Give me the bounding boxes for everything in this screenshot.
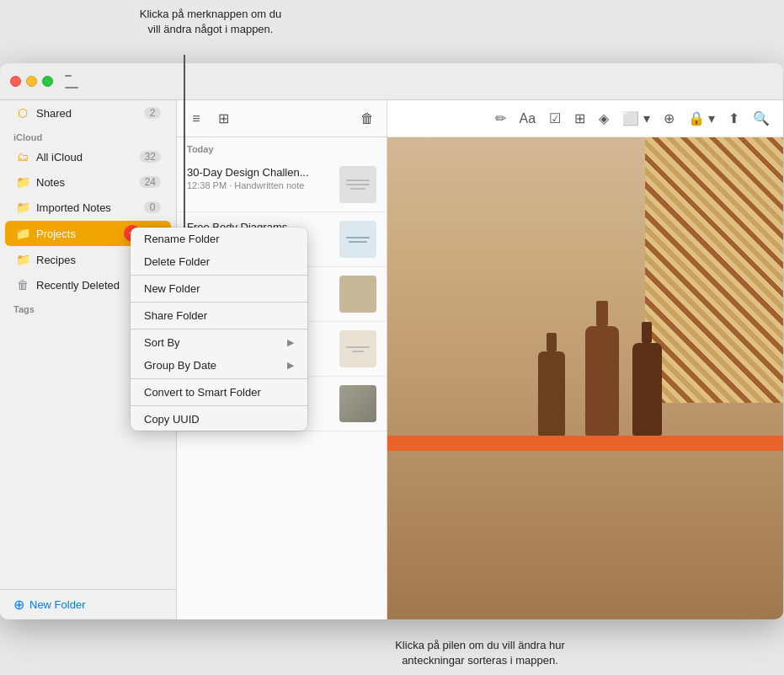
folder-icon: 📁 <box>15 252 30 267</box>
detail-toolbar: ✏ Aa ☑ ⊞ ◈ ⬜ ▾ ⊕ 🔒 ▾ ⬆ 🔍 <box>387 100 783 137</box>
notes-list-toolbar: ≡ ⊞ 🗑 <box>177 100 387 137</box>
sidebar-toggle-bar <box>65 75 72 77</box>
close-button[interactable] <box>10 76 21 87</box>
submenu-arrow-icon: ▶ <box>287 337 294 348</box>
lock-button[interactable]: 🔒 ▾ <box>685 109 718 128</box>
bottle-1 <box>538 351 565 436</box>
menu-item-label: Sort By <box>144 336 180 349</box>
menu-separator <box>131 329 307 329</box>
menu-item-label: Delete Folder <box>144 255 210 268</box>
folder-icon: 📁 <box>15 200 30 215</box>
menu-item-new-folder[interactable]: New Folder <box>131 277 307 300</box>
font-button[interactable]: Aa <box>516 110 540 128</box>
new-folder-label: New Folder <box>29 598 85 611</box>
list-view-button[interactable]: ≡ <box>187 110 205 128</box>
minimize-button[interactable] <box>26 76 37 87</box>
sidebar-item-label: Projects <box>36 228 124 240</box>
bottle-neck-3 <box>642 322 652 343</box>
bottle-neck-2 <box>596 301 608 326</box>
sidebar-item-label: Shared <box>36 107 144 120</box>
menu-item-delete[interactable]: Delete Folder <box>131 250 307 273</box>
sidebar-item-count: 32 <box>140 151 161 163</box>
note-title: 30-Day Design Challen... <box>187 166 333 179</box>
share-button[interactable]: ⬆ <box>725 109 743 128</box>
new-folder-button[interactable]: ⊕ New Folder <box>0 589 176 619</box>
annotation-bottom-text: Klicka på pilen om du vill ändra hurante… <box>395 639 565 667</box>
sidebar-item-label: Imported Notes <box>36 201 144 214</box>
collab-button[interactable]: ⊕ <box>660 109 678 128</box>
menu-item-label: New Folder <box>144 282 200 295</box>
textile-pattern <box>645 137 784 403</box>
menu-separator <box>131 302 307 303</box>
menu-separator <box>131 405 307 406</box>
list-view-icon: ≡ <box>192 111 200 126</box>
audio-button[interactable]: ◈ <box>595 109 612 128</box>
note-thumbnail <box>339 221 376 258</box>
annotation-top: Klicka på merknappen om duvill ändra någ… <box>118 7 303 37</box>
trash-icon: 🗑 <box>360 111 374 126</box>
menu-item-rename[interactable]: Rename Folder <box>131 228 307 250</box>
menu-item-share-folder[interactable]: Share Folder <box>131 304 307 327</box>
sidebar-item-label: Notes <box>36 176 140 189</box>
fullscreen-button[interactable] <box>42 76 53 87</box>
date-header: Today <box>177 137 387 158</box>
note-item-0[interactable]: 30-Day Design Challen... 12:38 PM · Hand… <box>177 158 387 212</box>
note-thumbnail <box>339 385 376 422</box>
menu-item-sort-by[interactable]: Sort By ▶ <box>131 331 307 354</box>
menu-item-copy-uuid[interactable]: Copy UUID <box>131 408 307 431</box>
menu-item-group-by-date[interactable]: Group By Date ▶ <box>131 354 307 377</box>
sidebar-item-count: 24 <box>140 176 161 188</box>
main-window: ⬡ Shared 2 iCloud 🗂 All iCloud 32 📁 Note… <box>0 63 783 619</box>
context-menu: Rename Folder Delete Folder New Folder S… <box>131 228 307 431</box>
image-background <box>387 137 783 619</box>
menu-item-label: Rename Folder <box>144 233 220 245</box>
titlebar <box>0 63 783 100</box>
note-thumbnail <box>339 276 376 313</box>
media-button[interactable]: ⬜ ▾ <box>619 109 653 128</box>
trash-icon: 🗑 <box>15 277 30 292</box>
sidebar-item-count: 0 <box>144 201 161 213</box>
grid-view-button[interactable]: ⊞ <box>214 110 232 128</box>
compose-button[interactable]: ✏ <box>492 109 509 128</box>
trash-button[interactable]: 🗑 <box>358 110 376 128</box>
sidebar-item-all-icloud[interactable]: 🗂 All iCloud 32 <box>5 145 171 169</box>
bottle-2 <box>585 326 619 436</box>
icloud-section-header: iCloud <box>0 126 176 144</box>
sidebar-item-count: 2 <box>144 107 161 119</box>
annotation-top-text: Klicka på merknappen om duvill ändra någ… <box>140 8 281 35</box>
annotation-bottom: Klicka på pilen om du vill ändra hurante… <box>320 638 640 668</box>
menu-item-label: Convert to Smart Folder <box>144 386 261 399</box>
folder-icon: 📁 <box>15 226 30 241</box>
table-button[interactable]: ⊞ <box>571 109 589 128</box>
bottle-neck-1 <box>547 333 557 351</box>
plus-icon: ⊕ <box>13 597 24 613</box>
search-button[interactable]: 🔍 <box>749 109 773 128</box>
note-info: 30-Day Design Challen... 12:38 PM · Hand… <box>187 166 333 190</box>
folder-icon: 📁 <box>15 174 30 190</box>
sidebar-item-imported-notes[interactable]: 📁 Imported Notes 0 <box>5 196 171 219</box>
sidebar-item-notes[interactable]: 📁 Notes 24 <box>5 170 171 194</box>
note-thumbnail <box>339 330 376 367</box>
content-area: ⬡ Shared 2 iCloud 🗂 All iCloud 32 📁 Note… <box>0 100 783 619</box>
sidebar-item-label: All iCloud <box>36 151 140 163</box>
folder-icon: 🗂 <box>15 149 30 164</box>
menu-item-convert-smart[interactable]: Convert to Smart Folder <box>131 381 307 404</box>
menu-item-label: Copy UUID <box>144 413 200 426</box>
traffic-lights <box>10 76 53 87</box>
submenu-arrow-icon: ▶ <box>287 360 294 371</box>
menu-separator <box>131 378 307 379</box>
menu-item-label: Share Folder <box>144 309 207 322</box>
menu-separator <box>131 275 307 276</box>
sidebar-toggle-button[interactable] <box>65 75 83 88</box>
note-detail-panel: ✏ Aa ☑ ⊞ ◈ ⬜ ▾ ⊕ 🔒 ▾ ⬆ 🔍 <box>387 100 783 619</box>
note-meta: 12:38 PM · Handwritten note <box>187 180 333 190</box>
shared-icon: ⬡ <box>15 105 30 121</box>
checklist-button[interactable]: ☑ <box>546 109 564 128</box>
annotation-arrow <box>184 55 185 232</box>
sidebar-toggle-bar <box>65 87 78 88</box>
note-image <box>387 137 783 619</box>
menu-item-label: Group By Date <box>144 359 216 372</box>
sidebar-item-shared[interactable]: ⬡ Shared 2 <box>5 101 171 125</box>
grid-view-icon: ⊞ <box>218 110 229 126</box>
shelf <box>387 436 783 451</box>
